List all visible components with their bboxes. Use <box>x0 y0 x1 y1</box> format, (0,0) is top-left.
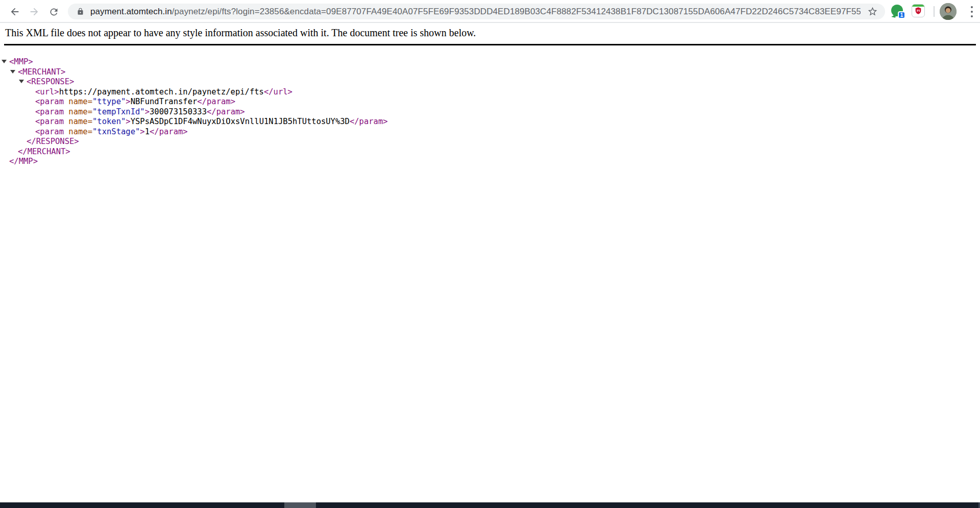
xml-segment-tag: </MERCHANT> <box>18 147 70 156</box>
xml-segment-attr: name= <box>68 117 92 126</box>
xml-segment-val: "tempTxnId" <box>92 107 145 116</box>
xml-segment-val: "token" <box>92 117 126 126</box>
arrow-spacer <box>19 139 24 143</box>
collapse-arrow-icon[interactable] <box>2 60 7 63</box>
extension-badge: 1 <box>898 11 905 19</box>
xml-line: </MERCHANT> <box>1 147 976 157</box>
xml-segment-tag: <MMP> <box>9 57 33 66</box>
xml-segment-tag: > <box>126 97 130 106</box>
menu-dot <box>971 6 973 8</box>
xml-style-notice: This XML file does not appear to have an… <box>4 27 976 45</box>
xml-segment-txt <box>64 97 68 106</box>
xml-line: <MERCHANT> <box>1 67 976 78</box>
xml-segment-tag: > <box>140 127 144 136</box>
xml-segment-txt <box>64 127 68 136</box>
url-text[interactable]: payment.atomtech.in/paynetz/epi/fts?logi… <box>90 4 861 19</box>
back-button[interactable] <box>7 4 22 19</box>
xml-line: <RESPONSE> <box>1 77 976 87</box>
menu-dot <box>971 11 973 13</box>
shield-icon <box>914 7 922 15</box>
xml-line: <MMP> <box>1 57 976 67</box>
xml-segment-attr: name= <box>68 127 92 136</box>
xml-segment-tag: <param <box>35 97 64 106</box>
reload-icon <box>48 7 59 17</box>
avatar-photo <box>940 3 957 20</box>
xml-segment-tag: </param> <box>350 117 388 126</box>
xml-segment-tag: <param <box>35 117 64 126</box>
xml-line: </MMP> <box>1 157 976 167</box>
xml-segment-txt: NBFundTransfer <box>131 97 198 106</box>
reload-button[interactable] <box>46 4 61 19</box>
arrow-spacer <box>28 130 33 133</box>
xml-segment-txt: https://payment.atomtech.in/paynetz/epi/… <box>59 87 264 96</box>
xml-segment-tag: > <box>145 107 150 116</box>
xml-segment-tag: <param <box>35 127 64 136</box>
xml-segment-txt: 1 <box>145 127 150 136</box>
arrow-spacer <box>28 90 33 93</box>
windows-taskbar-sliver[interactable] <box>0 502 980 508</box>
arrow-spacer <box>2 159 7 163</box>
url-domain: payment.atomtech.in <box>90 7 172 16</box>
xml-segment-txt: 300073150333 <box>150 107 207 116</box>
xml-segment-tag: </param> <box>197 97 235 106</box>
lock-icon[interactable] <box>77 8 84 17</box>
browser-menu-button[interactable] <box>967 6 977 17</box>
address-bar[interactable]: payment.atomtech.in/paynetz/epi/fts?logi… <box>68 4 885 19</box>
url-path: /paynetz/epi/fts?login=23856&encdata=09E… <box>172 7 861 16</box>
xml-segment-attr: name= <box>68 97 92 106</box>
xml-segment-tag: <param <box>35 107 64 116</box>
collapse-arrow-icon[interactable] <box>10 70 15 74</box>
xml-line: <param name="tempTxnId">300073150333</pa… <box>1 107 976 117</box>
toolbar-separator <box>934 6 935 17</box>
xml-segment-txt <box>64 107 68 116</box>
xml-segment-txt <box>64 117 68 126</box>
arrow-spacer <box>28 119 33 123</box>
menu-dot <box>971 15 973 17</box>
xml-segment-tag: <MERCHANT> <box>18 67 65 77</box>
xml-segment-tag: </url> <box>264 87 292 96</box>
xml-segment-txt: YSPsASDpC1DF4wNuyxDiOxsVnllU1N1JB5hTUtto… <box>131 117 350 126</box>
collapse-arrow-icon[interactable] <box>19 80 24 83</box>
xml-segment-val: "ttype" <box>92 97 126 106</box>
taskbar-active-app-indicator[interactable] <box>284 502 316 508</box>
chat-extension-icon[interactable]: 1 <box>891 5 903 16</box>
xml-line: <param name="ttype">NBFundTransfer</para… <box>1 97 976 107</box>
xml-segment-val: "txnStage" <box>92 127 140 136</box>
browser-toolbar: payment.atomtech.in/paynetz/epi/fts?logi… <box>0 0 980 23</box>
back-icon <box>9 6 20 17</box>
xml-line: <param name="token">YSPsASDpC1DF4wNuyxDi… <box>1 117 976 127</box>
xml-viewer-page: This XML file does not appear to have an… <box>0 24 980 167</box>
forward-icon <box>29 6 40 17</box>
mcafee-green-bar <box>912 5 924 7</box>
arrow-spacer <box>10 150 15 153</box>
xml-segment-tag: <RESPONSE> <box>27 77 74 86</box>
xml-segment-tag: </param> <box>150 127 188 136</box>
xml-segment-tag: </RESPONSE> <box>27 137 79 146</box>
profile-avatar[interactable] <box>940 3 957 20</box>
mcafee-extension-icon[interactable] <box>912 4 925 17</box>
xml-line: <param name="txnStage">1</param> <box>1 127 976 137</box>
xml-document-tree: <MMP><MERCHANT><RESPONSE><url>https://pa… <box>1 57 976 167</box>
arrow-spacer <box>28 110 33 113</box>
xml-segment-tag: <url> <box>35 87 59 96</box>
xml-segment-tag: </param> <box>207 107 245 116</box>
xml-line: </RESPONSE> <box>1 137 976 147</box>
xml-segment-attr: name= <box>68 107 92 116</box>
xml-segment-tag: </MMP> <box>9 157 38 166</box>
forward-button[interactable] <box>27 4 42 19</box>
arrow-spacer <box>28 100 33 103</box>
xml-segment-tag: > <box>126 117 130 126</box>
xml-line: <url>https://payment.atomtech.in/paynetz… <box>1 87 976 98</box>
bookmark-star-icon[interactable] <box>867 6 878 19</box>
